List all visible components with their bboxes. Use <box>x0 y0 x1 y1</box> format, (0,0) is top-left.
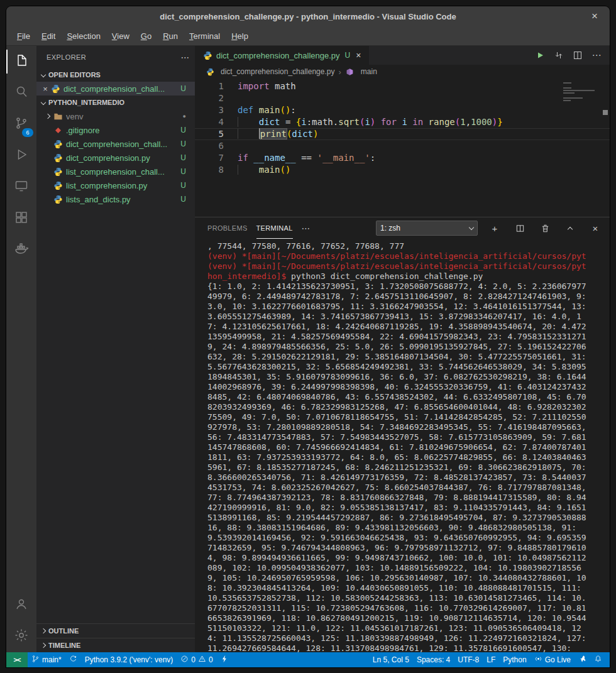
code-line[interactable]: 2 <box>195 92 610 104</box>
breadcrumb-symbol[interactable]: main <box>361 67 377 76</box>
git-status-badge: U <box>177 140 195 148</box>
extensions-icon <box>14 210 29 227</box>
encoding-item[interactable]: UTF-8 <box>454 652 483 667</box>
editor-scrollbar[interactable] <box>601 79 610 217</box>
code-editor[interactable]: 1import math23def main():4 dict = {i:mat… <box>195 79 610 217</box>
python-interpreter-item[interactable]: Python 3.9.2 ('venv': venv) <box>81 652 177 667</box>
code-line[interactable]: 1import math <box>195 80 610 92</box>
activity-extensions[interactable] <box>6 203 36 234</box>
minimap-line <box>563 92 575 94</box>
kill-terminal-icon[interactable] <box>537 220 553 236</box>
code-token <box>296 153 301 163</box>
split-editor-icon[interactable] <box>569 47 586 63</box>
code-token: { <box>296 117 301 127</box>
notifications-item[interactable] <box>590 652 606 667</box>
activity-run-debug[interactable] <box>6 140 36 172</box>
git-status-badge: U <box>177 153 195 162</box>
section-outline[interactable]: OUTLINE <box>36 623 195 638</box>
panel-header: PROBLEMS TERMINAL ⋯ 1: zsh + × <box>195 217 610 239</box>
code-line[interactable]: 6 <box>195 140 610 152</box>
menu-item-view[interactable]: View <box>106 30 135 43</box>
bolt-item[interactable] <box>217 652 233 667</box>
sync-changes-item[interactable] <box>65 652 81 667</box>
new-terminal-button[interactable]: + <box>487 220 503 236</box>
tree-item[interactable]: dict_comprehension.pyU <box>36 151 195 165</box>
editor-tab[interactable]: dict_comprehension_challenge.py U × <box>195 46 370 65</box>
code-token: dict <box>259 117 280 127</box>
window-close-button[interactable]: × <box>586 6 603 26</box>
code-token: ) <box>313 129 318 139</box>
indentation-item[interactable]: Spaces: 4 <box>413 652 454 667</box>
sidebar-empty-space <box>36 206 195 623</box>
code-line[interactable]: 3def main(): <box>195 104 610 116</box>
remote-explorer-icon <box>14 178 29 196</box>
tree-item[interactable]: dict_comprehension_chall...U <box>36 137 195 151</box>
menu-item-selection[interactable]: Selection <box>61 30 106 43</box>
problems-item[interactable]: 0 0 <box>177 652 216 667</box>
menu-item-run[interactable]: Run <box>157 30 184 43</box>
code-token: ( <box>455 117 460 127</box>
breadcrumb: dict_comprehension_challenge.py › main <box>195 65 610 79</box>
close-panel-icon[interactable]: × <box>587 220 603 236</box>
cursor-position-item[interactable]: Ln 5, Col 5 <box>369 652 413 667</box>
code-line[interactable]: 7if __name__ == '__main__': <box>195 152 610 164</box>
section-open-editors[interactable]: OPEN EDITORS <box>36 68 195 82</box>
open-editor-item[interactable]: × dict_comprehension_chall... U <box>36 82 195 96</box>
activity-account[interactable] <box>6 589 36 621</box>
code-line[interactable]: 5 print(dict) <box>195 128 610 140</box>
tab-close-icon[interactable]: × <box>353 50 364 60</box>
git-status-badge: U <box>177 195 195 204</box>
run-python-file-button[interactable] <box>532 47 548 63</box>
terminal-prompt: hon_intermedio]$ <box>207 271 286 281</box>
activity-search[interactable] <box>6 77 36 109</box>
terminal-shell-selector[interactable]: 1: zsh <box>376 221 478 236</box>
code-token: , <box>466 117 471 127</box>
breadcrumb-file[interactable]: dict_comprehension_challenge.py <box>221 67 334 76</box>
activity-explorer[interactable] <box>6 46 36 77</box>
explorer-more-actions[interactable]: ⋯ <box>181 52 190 62</box>
code-line[interactable]: 4 dict = {i:math.sqrt(i) for i in range(… <box>195 116 610 128</box>
run-debug-icon <box>14 147 29 165</box>
tree-item[interactable]: list_comprehension.pyU <box>36 178 195 192</box>
split-terminal-icon[interactable] <box>512 220 528 236</box>
menu-item-edit[interactable]: Edit <box>36 30 61 43</box>
menu-item-help[interactable]: Help <box>226 30 254 43</box>
git-status-badge: U <box>177 167 195 176</box>
chevron-down-icon <box>41 72 46 77</box>
git-status-badge: U <box>177 126 195 134</box>
close-editor-icon[interactable]: × <box>40 84 50 94</box>
eol-item[interactable]: LF <box>483 652 499 667</box>
code-token: print <box>260 129 287 139</box>
activity-source-control[interactable]: 6 <box>6 109 36 140</box>
open-changes-icon[interactable] <box>551 47 567 63</box>
tree-item[interactable]: lists_and_dicts.pyU <box>36 192 195 206</box>
more-actions-icon[interactable]: ⋯ <box>588 47 605 63</box>
menu-item-terminal[interactable]: Terminal <box>184 30 226 43</box>
menu-item-go[interactable]: Go <box>135 30 157 43</box>
language-mode-item[interactable]: Python <box>499 652 530 667</box>
menu-item-file[interactable]: File <box>11 30 36 43</box>
activity-remote-explorer[interactable] <box>6 172 36 203</box>
activity-settings[interactable] <box>6 621 36 652</box>
code-token: . <box>333 117 338 127</box>
section-workspace-root[interactable]: PYTHON_INTERMEDIO <box>36 96 195 109</box>
section-timeline[interactable]: TIMELINE <box>36 638 195 652</box>
code-line[interactable]: 8 main() <box>195 164 610 176</box>
minimap[interactable] <box>563 82 598 101</box>
terminal-content[interactable]: , 77544, 77580, 77616, 77652, 77688, 777… <box>195 239 610 652</box>
tree-item[interactable]: venv● <box>36 109 195 123</box>
tab-problems[interactable]: PROBLEMS <box>207 217 248 239</box>
maximize-panel-icon[interactable] <box>562 220 578 236</box>
remote-indicator[interactable]: >< <box>6 652 28 667</box>
panel-more-tabs-icon[interactable]: ⋯ <box>302 223 311 233</box>
bottom-panel: PROBLEMS TERMINAL ⋯ 1: zsh + × , 77544, … <box>195 217 610 652</box>
git-branch-item[interactable]: main* <box>28 652 65 667</box>
terminal-output: {1: 1.0, 2: 1.4142135623730951, 3: 1.732… <box>207 282 588 652</box>
code-token: == <box>301 153 312 163</box>
rocket-item[interactable] <box>575 652 590 667</box>
tree-item[interactable]: .gitignoreU <box>36 123 195 137</box>
tree-item[interactable]: list_comprehension_chall...U <box>36 165 195 178</box>
go-live-item[interactable]: Go Live <box>531 652 575 667</box>
activity-docker[interactable] <box>6 234 36 266</box>
tab-terminal[interactable]: TERMINAL <box>256 217 293 239</box>
